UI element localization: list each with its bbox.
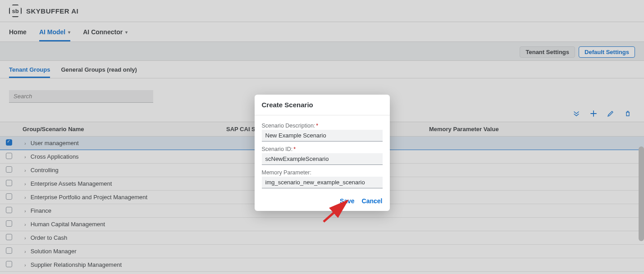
cancel-button[interactable]: Cancel bbox=[362, 197, 383, 205]
scenario-id-input[interactable] bbox=[262, 153, 383, 165]
save-button[interactable]: Save bbox=[340, 197, 355, 205]
scenario-id-label: Scenario ID: bbox=[262, 146, 383, 152]
memory-parameter-input[interactable] bbox=[262, 177, 383, 188]
scenario-description-label: Scenario Description: bbox=[262, 123, 383, 129]
modal-overlay: Create Scenario Scenario Description: Sc… bbox=[0, 0, 644, 274]
dialog-title: Create Scenario bbox=[255, 95, 390, 115]
scenario-description-input[interactable] bbox=[262, 130, 383, 142]
memory-parameter-label: Memory Parameter: bbox=[262, 169, 383, 176]
create-scenario-dialog: Create Scenario Scenario Description: Sc… bbox=[255, 95, 390, 211]
